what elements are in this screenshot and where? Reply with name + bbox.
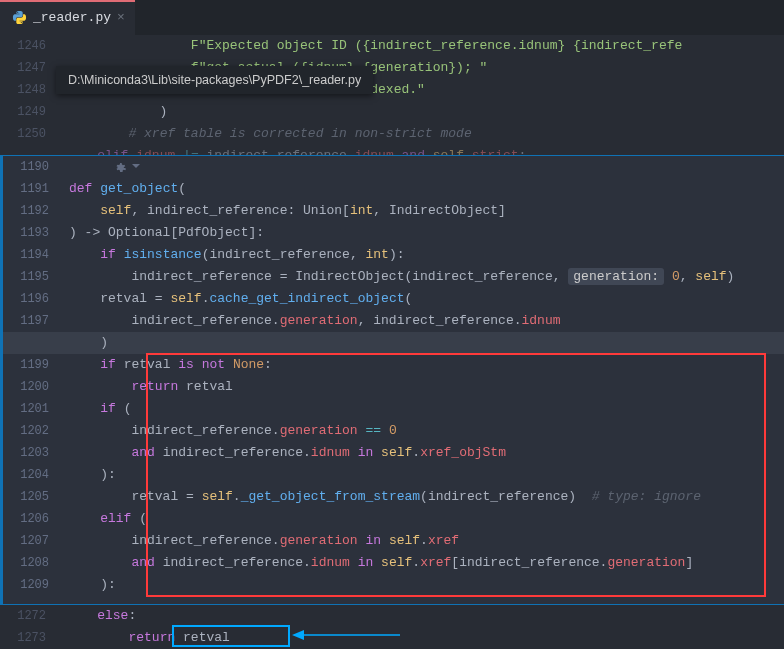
line-number: 1248 — [0, 79, 58, 101]
code-line: retval = self._get_object_from_stream(in… — [3, 486, 784, 508]
code-line: ) — [58, 101, 784, 123]
code-line: ) — [3, 332, 784, 354]
code-line: and indirect_reference.idnum in self.xre… — [3, 442, 784, 464]
definition-peek-panel[interactable]: 1190 1191 1192 1193 1194 1195 1196 1197 … — [0, 155, 784, 605]
line-number: 1273 — [0, 627, 58, 649]
line-number: 1246 — [0, 35, 58, 57]
code-line: F"Expected object ID ({indirect_referenc… — [58, 35, 784, 57]
code-line: elif ( — [3, 508, 784, 530]
code-line: if ( — [3, 398, 784, 420]
tab-close-icon[interactable]: × — [117, 10, 125, 25]
code-area-bottom[interactable]: else: return retval — [58, 605, 784, 649]
line-number: 1250 — [0, 123, 58, 145]
code-line: else: — [58, 605, 784, 627]
code-line: ) -> Optional[PdfObject]: — [3, 222, 784, 244]
code-line: indirect_reference.generation, indirect_… — [3, 310, 784, 332]
path-tooltip: D:\Miniconda3\Lib\site-packages\PyPDF2\_… — [56, 66, 373, 94]
code-line: if isinstance(indirect_reference, int): — [3, 244, 784, 266]
code-line: indirect_reference.generation == 0 — [3, 420, 784, 442]
code-line: indirect_reference = IndirectObject(indi… — [3, 266, 784, 288]
line-number: 1247 — [0, 57, 58, 79]
code-line — [3, 156, 784, 178]
line-number: 1249 — [0, 101, 58, 123]
line-number: 1272 — [0, 605, 58, 627]
editor-area[interactable]: 1246 1247 1248 1249 1250 F"Expected obje… — [0, 35, 784, 649]
code-line: and indirect_reference.idnum in self.xre… — [3, 552, 784, 574]
code-line: return retval — [58, 627, 784, 649]
code-line: def get_object( — [3, 178, 784, 200]
code-line: ): — [3, 464, 784, 486]
code-line: return retval — [3, 376, 784, 398]
python-icon — [12, 10, 27, 25]
code-line: if retval is not None: — [3, 354, 784, 376]
code-line: retval = self.cache_get_indirect_object( — [3, 288, 784, 310]
code-line: # xref table is corrected in non-strict … — [58, 123, 784, 145]
code-line: ): — [3, 574, 784, 596]
tab-bar: _reader.py × — [0, 0, 784, 35]
code-line: indirect_reference.generation in self.xr… — [3, 530, 784, 552]
tab-filename: _reader.py — [33, 10, 111, 25]
code-line: self, indirect_reference: Union[int, Ind… — [3, 200, 784, 222]
editor-tab[interactable]: _reader.py × — [0, 0, 135, 35]
